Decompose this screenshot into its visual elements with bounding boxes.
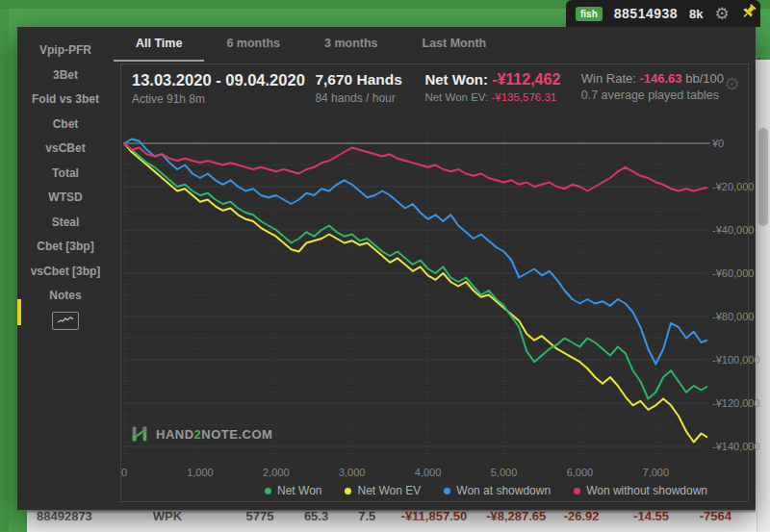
legend-item: Net Won xyxy=(265,484,321,497)
sidebar-item-vscbet-3bp-[interactable]: vsCbet [3bp] xyxy=(31,261,101,286)
sidebar-item-total[interactable]: Total xyxy=(31,163,101,188)
series-net-won xyxy=(124,143,706,399)
chart-settings-gear-icon[interactable]: ⚙ xyxy=(724,73,740,106)
x-axis-tick: 6,000 xyxy=(557,467,602,478)
y-axis-tick: -¥80,000 xyxy=(712,311,770,322)
sidebar-item-fold-vs-3bet[interactable]: Fold vs 3bet xyxy=(31,89,101,114)
win-rate-unit: bb/100 xyxy=(685,71,724,86)
x-axis-tick: 2,000 xyxy=(254,467,298,478)
legend-dot-icon xyxy=(444,488,450,494)
net-won-value: -¥112,462 xyxy=(492,71,560,88)
hud-table-row-clipped: 88492873WPK577565.37.5-¥11,857.50-¥8,287… xyxy=(27,510,756,532)
sidebar-item-vpip-pfr[interactable]: Vpip-PFR xyxy=(31,39,101,64)
legend-item: Won at showdown xyxy=(444,484,551,497)
row-fade-overlay xyxy=(27,518,756,532)
win-rate-value: -146.63 xyxy=(639,71,681,86)
y-axis-tick: -¥40,000 xyxy=(712,224,770,236)
pin-icon[interactable] xyxy=(741,4,757,23)
y-axis-tick: -¥20,000 xyxy=(712,181,770,192)
sidebar-item-vscbet[interactable]: vsCBet xyxy=(31,138,101,163)
y-axis-tick: -¥60,000 xyxy=(712,267,770,279)
y-axis-tick: -¥120,000 xyxy=(712,397,770,409)
table-background-edge-left xyxy=(0,0,9,532)
summary-header: 13.03.2020 - 09.04.2020 Active 91h 8m 7,… xyxy=(121,64,748,106)
avg-tables: 0.7 average played tables xyxy=(581,89,724,102)
legend-dot-icon xyxy=(574,488,580,494)
player-type-badge: fish xyxy=(576,7,603,21)
sidebar-item-3bet[interactable]: 3Bet xyxy=(31,64,101,89)
y-axis-tick: -¥140,000 xyxy=(712,441,770,452)
popup-shadow xyxy=(27,510,756,514)
series-net-won-ev xyxy=(124,143,706,443)
graph-view-button[interactable] xyxy=(52,312,79,330)
x-axis-tick: 3,000 xyxy=(330,467,374,478)
x-axis-tick: 1,000 xyxy=(178,467,222,478)
report-panel: 13.03.2020 - 09.04.2020 Active 91h 8m 7,… xyxy=(120,63,749,502)
tab-all-time[interactable]: All Time xyxy=(114,27,204,62)
active-time: Active 91h 8m xyxy=(132,92,315,106)
settings-gear-icon[interactable]: ⚙ xyxy=(715,6,730,22)
hands-per-hour: 84 hands / hour xyxy=(315,91,424,105)
x-axis-tick: 0 xyxy=(102,467,146,478)
legend-item: Net Won EV xyxy=(345,484,421,497)
y-axis-tick: ¥0 xyxy=(712,138,770,149)
legend-dot-icon xyxy=(265,488,271,494)
sidebar-item-cbet-3bp-[interactable]: Cbet [3bp] xyxy=(31,236,101,261)
sidebar-item-wtsd[interactable]: WTSD xyxy=(31,187,101,212)
stats-popup: Vpip-PFR3BetFold vs 3betCbetvsCBetTotalW… xyxy=(17,27,756,510)
x-axis-tick: 7,000 xyxy=(633,467,678,478)
legend-dot-icon xyxy=(345,488,351,494)
winnings-chart[interactable]: ¥0-¥20,000-¥40,000-¥60,000-¥80,000-¥100,… xyxy=(123,128,747,501)
series-won-without-showdown xyxy=(124,143,706,191)
tab-6-months[interactable]: 6 months xyxy=(204,27,302,62)
net-won-label: Net Won: xyxy=(424,71,488,88)
account-id: 88514938 xyxy=(614,6,678,21)
x-axis-tick: 5,000 xyxy=(482,467,526,478)
chart-legend: Net WonNet Won EVWon at showdownWon with… xyxy=(123,484,707,497)
net-won-ev-value: -¥135,576.31 xyxy=(491,91,556,103)
line-chart-icon xyxy=(56,312,75,329)
sidebar: Vpip-PFR3BetFold vs 3betCbetvsCBetTotalW… xyxy=(17,27,114,510)
hud-title-bar: fish 88514938 8k ⚙ × xyxy=(566,0,760,27)
chart-canvas[interactable] xyxy=(123,128,710,463)
x-axis-tick: 4,000 xyxy=(406,467,450,478)
date-range: 13.03.2020 - 09.04.2020 xyxy=(132,71,315,89)
desktop: ⚙ 88492873WPK577565.37.5-¥11,857.50-¥8,2… xyxy=(0,0,770,532)
net-won-ev-label: Net Won EV: xyxy=(424,91,488,103)
time-range-tabs: All Time6 months3 monthsLast Month xyxy=(114,27,756,62)
legend-item: Won without showdown xyxy=(574,484,707,497)
hand2note-logo: HAND2NOTE.COM xyxy=(130,424,272,443)
hand2note-logo-icon xyxy=(130,424,149,443)
sidebar-item-cbet[interactable]: Cbet xyxy=(31,114,101,139)
tab-3-months[interactable]: 3 months xyxy=(302,27,400,62)
win-rate-label: Win Rate: xyxy=(581,71,636,86)
hands-count: 7,670 Hands xyxy=(315,71,424,89)
hand2note-logo-text: HAND2NOTE.COM xyxy=(156,427,272,442)
sidebar-item-notes[interactable]: Notes xyxy=(31,285,101,310)
stake-badge: 8k xyxy=(689,7,703,21)
tab-last-month[interactable]: Last Month xyxy=(400,27,509,62)
sidebar-item-steal[interactable]: Steal xyxy=(31,212,101,237)
y-axis-tick: -¥100,000 xyxy=(712,354,770,366)
